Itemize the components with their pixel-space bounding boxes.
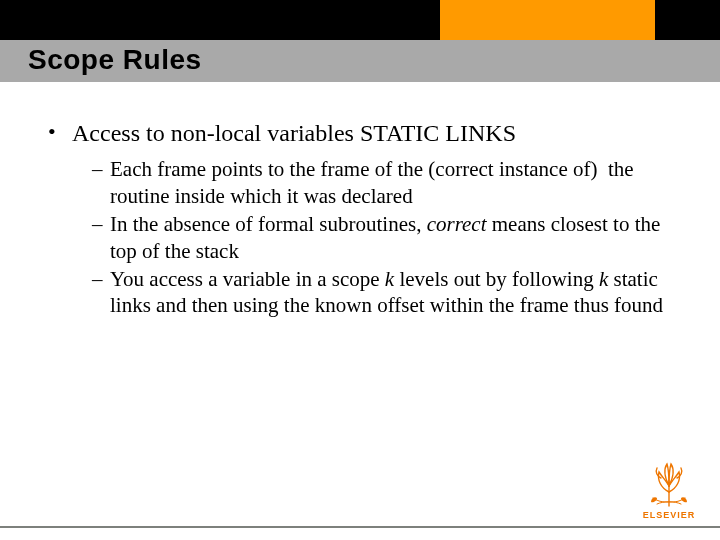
- sub-bullet-2-text: In the absence of formal subroutines, co…: [110, 211, 678, 265]
- sub3-part-a: You access a variable in a scope: [110, 267, 385, 291]
- sub3-part-b: levels out by following: [394, 267, 599, 291]
- main-bullet-text: Access to non-local variables STATIC LIN…: [72, 118, 678, 148]
- sub3-k2: k: [599, 267, 608, 291]
- dash-icon: –: [92, 156, 110, 183]
- publisher-logo-label: ELSEVIER: [636, 510, 702, 520]
- sub2-part-a: In the absence of formal subroutines,: [110, 212, 427, 236]
- sub-bullet-1-text: Each frame points to the frame of the (c…: [110, 156, 678, 210]
- sub-bullet-list: – Each frame points to the frame of the …: [92, 156, 678, 319]
- main-bullet-row: • Access to non-local variables STATIC L…: [48, 118, 678, 148]
- sub1-part-a: Each frame points to the frame of the (c…: [110, 157, 634, 208]
- publisher-logo: ELSEVIER: [636, 458, 702, 520]
- top-orange-accent: [440, 0, 655, 40]
- bottom-divider: [0, 526, 720, 528]
- elsevier-tree-icon: [643, 458, 695, 508]
- sub-bullet-2: – In the absence of formal subroutines, …: [92, 211, 678, 265]
- sub2-italic: correct: [427, 212, 487, 236]
- dash-icon: –: [92, 211, 110, 238]
- bullet-dot-icon: •: [48, 118, 72, 147]
- sub-bullet-3-text: You access a variable in a scope k level…: [110, 266, 678, 320]
- sub-bullet-1: – Each frame points to the frame of the …: [92, 156, 678, 210]
- dash-icon: –: [92, 266, 110, 293]
- sub-bullet-3: – You access a variable in a scope k lev…: [92, 266, 678, 320]
- slide-body: • Access to non-local variables STATIC L…: [48, 118, 678, 320]
- sub3-k1: k: [385, 267, 394, 291]
- slide-title: Scope Rules: [28, 44, 202, 76]
